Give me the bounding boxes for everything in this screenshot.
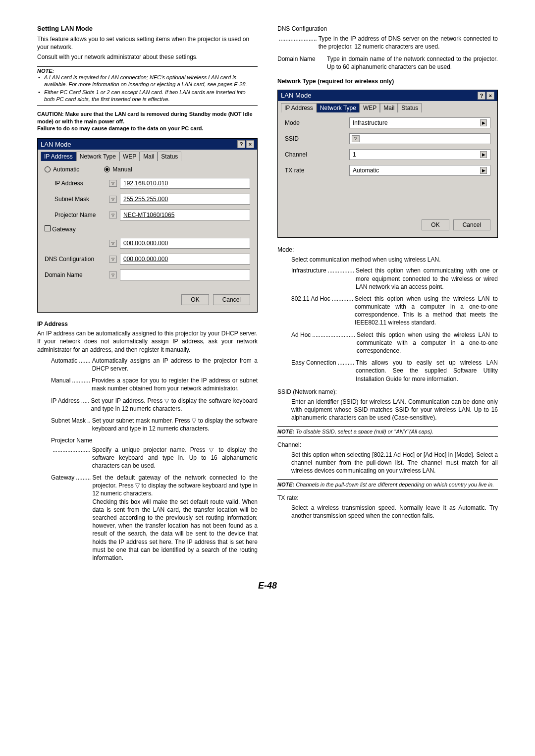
tabs: IP Address Network Type WEP Mail Status bbox=[38, 150, 257, 161]
tab-wep[interactable]: WEP bbox=[119, 152, 140, 161]
note-item: A LAN card is required for LAN connectio… bbox=[44, 74, 258, 88]
ip-address-field[interactable]: 192.168.010.010 bbox=[120, 178, 250, 189]
def-desc: Type in the IP address of DNS server on … bbox=[319, 35, 498, 51]
ok-button[interactable]: OK bbox=[181, 294, 209, 305]
def-term: Easy Connection bbox=[291, 359, 336, 383]
def-term: Gateway bbox=[51, 474, 74, 562]
page-number: E-48 bbox=[37, 581, 498, 591]
def-desc: Specify a unique projector name. Press ▽… bbox=[92, 446, 258, 470]
def-term: Automatic bbox=[51, 357, 77, 373]
gateway-label[interactable]: Gateway bbox=[45, 225, 109, 233]
note-channel: NOTE: Channels in the pull-down list are… bbox=[277, 479, 498, 490]
left-column: Setting LAN Mode This feature allows you… bbox=[37, 25, 258, 566]
tab-status[interactable]: Status bbox=[398, 103, 422, 112]
note-item: Either PC Card Slots 1 or 2 can accept L… bbox=[44, 89, 258, 103]
ssid-body: Enter an identifier (SSID) for wireless … bbox=[277, 398, 498, 422]
ok-button[interactable]: OK bbox=[422, 219, 449, 230]
gateway-field[interactable]: 000.000.000.000 bbox=[120, 238, 250, 249]
def-desc: Select this option when communicating wi… bbox=[356, 267, 498, 291]
tab-wep[interactable]: WEP bbox=[360, 103, 380, 112]
note-ssid: NOTE: To disable SSID, select a space (n… bbox=[277, 426, 498, 437]
keyboard-icon[interactable]: ▽ bbox=[352, 135, 360, 142]
ssid-field[interactable]: ▽ bbox=[349, 133, 490, 144]
dropdown-icon[interactable]: ▶ bbox=[480, 167, 487, 174]
mode-head: Mode: bbox=[277, 246, 498, 254]
mode-select[interactable]: Infrastructure ▶ bbox=[349, 117, 490, 128]
keyboard-icon[interactable]: ▽ bbox=[109, 212, 117, 218]
caution-text: CAUTION: Make sure that the LAN card is … bbox=[37, 110, 258, 133]
note-list: A LAN card is required for LAN connectio… bbox=[37, 74, 258, 106]
ip-address-heading: IP Address bbox=[37, 321, 258, 327]
dropdown-icon[interactable]: ▶ bbox=[480, 151, 487, 158]
right-column: DNS Configuration ......................… bbox=[277, 25, 498, 566]
txrate-label: TX rate bbox=[285, 167, 349, 174]
keyboard-icon[interactable]: ▽ bbox=[109, 196, 117, 203]
def-term: Manual bbox=[51, 377, 70, 392]
intro-text: This feature allows you to set various s… bbox=[37, 35, 258, 51]
keyboard-icon[interactable]: ▽ bbox=[109, 240, 117, 247]
def-term: Projector Name bbox=[51, 436, 92, 444]
lan-mode-dialog-network: LAN Mode ? × IP Address Network Type WEP… bbox=[277, 90, 498, 238]
ip-address-body: An IP address can be automatically assig… bbox=[37, 329, 258, 354]
def-term: Domain Name bbox=[277, 55, 327, 71]
section-heading: Setting LAN Mode bbox=[37, 25, 258, 32]
tab-ip-address[interactable]: IP Address bbox=[281, 103, 317, 112]
def-term: Infrastructure bbox=[291, 267, 326, 291]
channel-head: Channel: bbox=[277, 441, 498, 449]
dns-config-field[interactable]: 000.000.000.000 bbox=[120, 254, 250, 265]
tab-mail[interactable]: Mail bbox=[140, 152, 158, 161]
network-type-heading: Network Type (required for wireless only… bbox=[277, 78, 498, 85]
tab-network-type[interactable]: Network Type bbox=[317, 103, 360, 112]
dropdown-icon[interactable]: ▶ bbox=[480, 119, 487, 126]
keyboard-icon[interactable]: ▽ bbox=[109, 271, 117, 278]
def-desc: Automatically assigns an IP address to t… bbox=[92, 357, 258, 373]
dialog-titlebar: LAN Mode ? × bbox=[278, 90, 497, 101]
mode-body: Select communication method when using w… bbox=[277, 256, 498, 264]
def-desc: Provides a space for you to register the… bbox=[92, 377, 258, 392]
ssid-head: SSID (Network name): bbox=[277, 388, 498, 396]
def-desc: This allows you to easily set up wireles… bbox=[356, 359, 498, 383]
def-desc: Set your subnet mask number. Press ▽ to … bbox=[92, 417, 258, 432]
radio-automatic[interactable]: Automatic bbox=[45, 166, 79, 173]
cancel-button[interactable]: Cancel bbox=[213, 294, 250, 305]
def-desc: Set your IP address. Press ▽ to display … bbox=[91, 397, 258, 413]
txrate-body: Select a wireless transmission speed. No… bbox=[277, 504, 498, 520]
close-icon[interactable]: × bbox=[246, 140, 254, 148]
help-icon[interactable]: ? bbox=[478, 92, 485, 100]
channel-label: Channel bbox=[285, 151, 349, 158]
radio-manual[interactable]: Manual bbox=[104, 166, 132, 173]
def-term: Ad Hoc bbox=[291, 331, 311, 355]
txrate-head: TX rate: bbox=[277, 494, 498, 502]
subnet-label: Subnet Mask bbox=[45, 196, 109, 203]
domain-name-label: Domain Name bbox=[45, 271, 109, 278]
ssid-label: SSID bbox=[285, 135, 349, 142]
def-term: Subnet Mask bbox=[51, 417, 86, 432]
tab-network-type[interactable]: Network Type bbox=[76, 152, 119, 161]
tab-ip-address[interactable]: IP Address bbox=[41, 152, 76, 161]
dns-config-head: DNS Configuration bbox=[277, 25, 498, 33]
def-term: 802.11 Ad Hoc bbox=[291, 295, 330, 327]
dns-config-label: DNS Configuration bbox=[45, 256, 109, 263]
keyboard-icon[interactable]: ▽ bbox=[109, 180, 117, 187]
def-desc: Select this option when using the wirele… bbox=[357, 331, 498, 355]
subnet-field[interactable]: 255.255.255.000 bbox=[120, 194, 250, 205]
intro-text: Consult with your network administrator … bbox=[37, 53, 258, 61]
domain-name-field[interactable] bbox=[120, 270, 250, 280]
projector-name-field[interactable]: NEC-MT1060/1065 bbox=[120, 210, 250, 220]
dialog-titlebar: LAN Mode ? × bbox=[38, 139, 257, 150]
ip-address-label: IP Address bbox=[45, 180, 109, 187]
def-desc: Set the default gateway of the network c… bbox=[92, 474, 258, 562]
channel-select[interactable]: 1 ▶ bbox=[349, 149, 490, 160]
def-term: IP Address bbox=[51, 397, 80, 413]
close-icon[interactable]: × bbox=[486, 92, 494, 100]
mode-label: Mode bbox=[285, 119, 349, 126]
help-icon[interactable]: ? bbox=[237, 140, 245, 148]
tab-status[interactable]: Status bbox=[158, 152, 181, 161]
keyboard-icon[interactable]: ▽ bbox=[109, 256, 117, 263]
dialog-title: LAN Mode bbox=[281, 92, 311, 99]
dialog-title: LAN Mode bbox=[41, 141, 71, 148]
cancel-button[interactable]: Cancel bbox=[453, 219, 490, 230]
txrate-select[interactable]: Automatic ▶ bbox=[349, 165, 490, 176]
channel-body: Set this option when selecting [802.11 A… bbox=[277, 451, 498, 475]
tab-mail[interactable]: Mail bbox=[380, 103, 398, 112]
